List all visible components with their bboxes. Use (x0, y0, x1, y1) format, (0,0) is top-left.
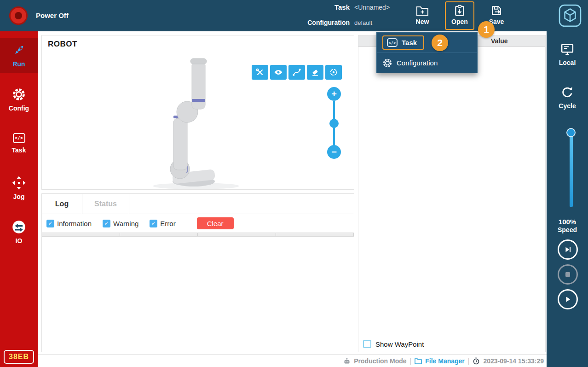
log-tab-bar: Log Status (42, 194, 354, 214)
error-label: Error (160, 220, 175, 227)
speed-slider-thumb[interactable] (566, 128, 576, 137)
zoom-slider-thumb[interactable] (329, 119, 339, 128)
speed-label: Speed (547, 226, 588, 233)
view-tools-button[interactable] (252, 65, 268, 80)
new-button[interactable]: New (408, 2, 437, 29)
status-separator: | (410, 357, 412, 365)
sidebar-item-io-label: IO (16, 237, 23, 245)
play-icon (564, 295, 572, 303)
sidebar-item-task[interactable]: </> Task (0, 126, 38, 161)
menu-item-task-highlight: </> Task (382, 35, 424, 50)
task-code-icon: </> (387, 38, 398, 47)
log-column (120, 233, 198, 236)
right-sidebar: Local Cycle 100% Speed (547, 31, 588, 367)
open-button-label: Open (451, 18, 468, 25)
view-erase-button[interactable] (307, 65, 323, 80)
status-timestamp: 2023-09-14 15:33:29 (483, 357, 544, 365)
warning-checkbox[interactable] (103, 220, 110, 227)
step-button[interactable] (558, 239, 578, 260)
file-manager-icon (415, 358, 422, 364)
device-id-badge: 38EB (4, 350, 34, 364)
gear-icon (382, 58, 392, 68)
power-status-label: Power Off (36, 12, 69, 19)
status-bar: Production Mode | File Manager | 2023-09… (38, 354, 547, 367)
play-button[interactable] (558, 289, 578, 309)
log-column (42, 233, 120, 236)
stop-button[interactable] (558, 264, 578, 285)
robot-panel: ROBOT (41, 35, 354, 190)
sidebar-item-task-label: Task (12, 146, 26, 154)
view-visibility-button[interactable] (270, 65, 287, 80)
run-rocket-icon (12, 43, 26, 57)
show-waypoint-control: Show WayPoint (363, 340, 424, 348)
task-value: <Unnamed> (354, 4, 390, 11)
new-button-label: New (416, 18, 429, 25)
information-checkbox[interactable] (46, 220, 54, 227)
cycle-mode-button[interactable]: Cycle (547, 86, 588, 110)
tab-log[interactable]: Log (42, 194, 82, 214)
power-status-icon[interactable] (9, 6, 28, 25)
status-separator: | (468, 357, 470, 365)
zoom-in-button[interactable]: + (327, 87, 341, 101)
production-mode-icon (343, 357, 351, 365)
menu-item-task[interactable]: </> Task (377, 33, 477, 52)
left-sidebar: Run Config </> Task Jog (0, 31, 38, 367)
speed-slider-track[interactable] (570, 129, 573, 207)
stop-icon (564, 271, 571, 278)
top-bar: Power Off Task <Unnamed> Configuration d… (0, 0, 588, 31)
step-badge-2: 2 (432, 35, 448, 51)
open-icon (454, 5, 466, 17)
config-gear-icon (12, 87, 26, 101)
open-button[interactable]: Open (445, 1, 474, 30)
log-panel: Log Status Information Warning Error Cle… (41, 193, 354, 352)
sidebar-item-jog-label: Jog (13, 193, 25, 200)
configuration-value: default (354, 19, 372, 26)
error-checkbox[interactable] (150, 220, 157, 227)
view-center-button[interactable] (325, 65, 342, 80)
local-mode-label: Local (559, 59, 576, 66)
local-monitor-icon (560, 42, 575, 56)
zoom-out-button[interactable]: − (327, 145, 341, 159)
show-waypoint-checkbox[interactable] (363, 340, 371, 348)
speed-percentage: 100% (547, 218, 588, 226)
sidebar-item-run-label: Run (12, 60, 25, 68)
task-tree-panel: Value Show WayPoint (358, 35, 546, 352)
warning-label: Warning (113, 220, 138, 227)
sidebar-item-config[interactable]: Config (0, 82, 38, 117)
sidebar-item-config-label: Config (9, 105, 29, 112)
log-table-header (42, 233, 354, 237)
task-label: Task (258, 3, 350, 11)
production-mode-status: Production Mode (354, 357, 406, 365)
path-curve-icon (292, 68, 301, 77)
clear-button[interactable]: Clear (197, 217, 234, 229)
sidebar-item-jog[interactable]: Jog (0, 170, 38, 205)
cycle-icon (560, 86, 575, 99)
sidebar-item-io[interactable]: IO (0, 215, 38, 250)
eraser-icon (311, 68, 320, 77)
target-icon (329, 68, 338, 77)
information-label: Information (57, 220, 92, 227)
clock-icon (473, 357, 480, 365)
save-icon (490, 5, 502, 17)
eye-icon (274, 68, 283, 77)
brand-logo-icon (559, 4, 582, 27)
log-column (276, 233, 354, 236)
log-column (198, 233, 276, 236)
menu-item-configuration[interactable]: Configuration (377, 53, 477, 73)
local-mode-button[interactable]: Local (547, 42, 588, 66)
io-arrows-icon (12, 220, 26, 234)
jog-move-icon (12, 176, 26, 190)
show-waypoint-label: Show WayPoint (375, 340, 424, 348)
configuration-label: Configuration (258, 19, 350, 26)
tab-status[interactable]: Status (82, 194, 129, 214)
cycle-mode-label: Cycle (559, 102, 576, 110)
step-badge-1: 1 (478, 21, 495, 38)
tools-icon (255, 68, 265, 77)
robot-arm-viewport[interactable] (42, 35, 355, 190)
file-manager-button[interactable]: File Manager (425, 357, 465, 365)
view-trajectory-button[interactable] (288, 65, 305, 80)
menu-item-configuration-label: Configuration (397, 59, 438, 67)
value-column-header: Value (491, 37, 508, 45)
app-window: Power Off Task <Unnamed> Configuration d… (0, 0, 588, 367)
sidebar-item-run[interactable]: Run (0, 38, 38, 73)
